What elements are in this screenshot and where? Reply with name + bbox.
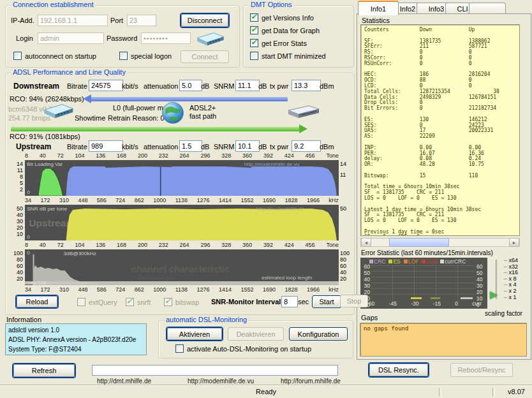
autoconnect-checkbox-row[interactable]: autoconnect on startup bbox=[13, 52, 96, 60]
opt-graphdata-row[interactable]: get Data for Graph bbox=[250, 26, 320, 34]
autoconnect-checkbox[interactable] bbox=[13, 52, 22, 60]
interval-field[interactable] bbox=[281, 296, 298, 307]
axis-tick: 1690 bbox=[263, 197, 276, 203]
disconnect-button[interactable]: Disconnect bbox=[181, 13, 229, 27]
reboot-resync-button: Reboot/Resync bbox=[450, 363, 513, 377]
link-dmt-mhilfe[interactable]: http://dmt.mhilfe.de bbox=[97, 378, 151, 385]
scroll-thumb[interactable] bbox=[389, 238, 449, 247]
svg-text:http://modemhilfe.de.vu: http://modemhilfe.de.vu bbox=[244, 161, 300, 167]
monitor-startup-row[interactable]: activate Auto-DSL-Monitoring on startup bbox=[175, 344, 311, 353]
slider-handle-icon[interactable] bbox=[490, 291, 498, 299]
retrain-label: Retrain Reason: 0 bbox=[108, 114, 165, 122]
opt-graphdata-checkbox[interactable] bbox=[250, 26, 258, 34]
scroll-right-icon[interactable]: ► bbox=[509, 238, 519, 247]
downstream-label: Downstream bbox=[13, 82, 59, 91]
password-field[interactable] bbox=[141, 33, 191, 44]
information-label: Information bbox=[6, 316, 41, 323]
error-stat-title: Error Statistic (last 60 minutes/15min.i… bbox=[361, 249, 493, 256]
axis-tick: 11 bbox=[340, 172, 346, 178]
extquery-label: extQuery bbox=[89, 298, 117, 306]
ds-unit-label: kbit/s bbox=[122, 82, 138, 90]
axis-tick: 72 bbox=[57, 242, 64, 248]
tab-blank[interactable] bbox=[469, 3, 506, 14]
special-logon-checkbox-row[interactable]: special logon bbox=[119, 52, 172, 60]
status-version: v8.07 bbox=[508, 388, 525, 395]
bit-y-axis-left: 1411852 bbox=[6, 160, 25, 196]
axis-tick: 264 bbox=[180, 152, 189, 159]
login-field[interactable] bbox=[38, 33, 104, 44]
gaps-box[interactable]: no gaps found bbox=[360, 323, 527, 357]
statistics-text[interactable]: Counters Down Up SF: 1381735 1388062 SFE… bbox=[360, 24, 520, 236]
ds-txpwr-field[interactable] bbox=[292, 80, 321, 91]
modem-icon bbox=[195, 31, 225, 49]
ds-bitrate-field[interactable] bbox=[89, 80, 123, 91]
port-field[interactable] bbox=[127, 15, 156, 26]
axis-tick: 456 bbox=[306, 152, 315, 159]
channel-y-axis-left: 10080604020 bbox=[6, 249, 25, 286]
opt-minimized-row[interactable]: start DMT minimized bbox=[250, 52, 326, 60]
ds-txpwr-label: tx pwr bbox=[270, 82, 288, 90]
axis-tick: 172 bbox=[40, 197, 50, 203]
opt-minimized-checkbox[interactable] bbox=[250, 52, 258, 60]
khz-axis-1: 3417231044858672486210001138127614141552… bbox=[6, 197, 354, 203]
axis-tick: 296 bbox=[200, 152, 210, 159]
axis-tick: 1276 bbox=[197, 197, 210, 203]
axis-tick: 136 bbox=[96, 152, 105, 159]
opt-versions-row[interactable]: get Versions Info bbox=[250, 13, 314, 22]
monitoring-title: automatic DSL-Monitoring bbox=[164, 316, 249, 323]
opt-errorstats-checkbox[interactable] bbox=[250, 39, 258, 47]
url-field[interactable] bbox=[92, 365, 338, 376]
snrft-label: snrft bbox=[137, 298, 151, 306]
ds-snrm-field[interactable] bbox=[235, 80, 260, 91]
ds-db1-label: dB bbox=[201, 82, 209, 90]
svg-text:0: 0 bbox=[27, 234, 30, 240]
axis-tick: 50 bbox=[477, 270, 485, 276]
configuration-button[interactable]: Konfiguration bbox=[289, 327, 348, 341]
ds-atten-field[interactable] bbox=[179, 80, 202, 91]
bit-loading-plot: Bit Loading Val http://modemhilfe.de.vu … bbox=[25, 160, 339, 196]
tab-info1[interactable]: Info1 bbox=[358, 1, 399, 15]
rco-up-label: RCO: 91% (1081kbps) bbox=[10, 133, 80, 140]
link-modemhilfe[interactable]: http://modemhilfe.de.vu bbox=[188, 378, 254, 385]
legend-item: LOS bbox=[422, 258, 437, 265]
opt-versions-checkbox[interactable] bbox=[250, 13, 258, 22]
start-button[interactable]: Start bbox=[312, 295, 341, 308]
monitor-startup-checkbox[interactable] bbox=[175, 344, 184, 353]
connect-button: Connect bbox=[181, 50, 229, 63]
refresh-button[interactable]: Refresh bbox=[13, 364, 75, 378]
axis-tick: 34 bbox=[25, 197, 31, 203]
axis-tick: 232 bbox=[159, 152, 168, 159]
status-bar: Ready v8.07 bbox=[0, 385, 532, 398]
axis-tick: 200 bbox=[138, 242, 147, 248]
axis-tick: 586 bbox=[97, 286, 107, 293]
special-logon-checkbox[interactable] bbox=[119, 52, 128, 60]
axis-tick: 1138 bbox=[175, 286, 188, 293]
error-stat-chart: CRCESLOFLOScurrCRC 6050403020100 6050403… bbox=[360, 258, 487, 309]
us-txpwr-field[interactable] bbox=[292, 140, 321, 152]
reload-button[interactable]: Reload bbox=[16, 295, 58, 308]
axis-tick: 172 bbox=[40, 286, 50, 293]
us-snrm-field[interactable] bbox=[235, 140, 260, 152]
dsl-resync-button[interactable]: DSL Resync. bbox=[369, 363, 429, 377]
statistics-hscrollbar[interactable]: ◄ ► bbox=[360, 238, 520, 247]
ip-field[interactable] bbox=[38, 15, 108, 26]
axis-tick: 724 bbox=[115, 286, 125, 293]
axis-tick: 80 bbox=[17, 256, 23, 263]
status-divider-2 bbox=[492, 388, 495, 397]
us-dbm-label: dBm bbox=[320, 143, 334, 151]
opt-errorstats-row[interactable]: get Error Stats bbox=[250, 39, 307, 47]
scroll-left-icon[interactable]: ◄ bbox=[361, 238, 371, 247]
us-bitrate-field[interactable] bbox=[89, 140, 123, 152]
axis-tick: 30 bbox=[361, 283, 370, 289]
us-atten-field[interactable] bbox=[179, 140, 202, 152]
error-bar-es bbox=[411, 297, 422, 299]
snrft-row: snrft bbox=[126, 298, 151, 306]
link-forum-mhilfe[interactable]: http://forum.mhilfe.de bbox=[281, 378, 341, 385]
legend-swatch bbox=[440, 260, 444, 263]
activate-button[interactable]: Aktivieren bbox=[166, 327, 223, 341]
snr-y-axis-left: 5040302010 bbox=[6, 205, 25, 241]
axis-tick: 11 bbox=[17, 167, 23, 173]
information-box: adslctl version 1.0 ADSL PHY: AnnexA ver… bbox=[5, 323, 147, 355]
legend-label: currCRC bbox=[445, 258, 466, 265]
axis-tick: 1966 bbox=[307, 286, 320, 293]
